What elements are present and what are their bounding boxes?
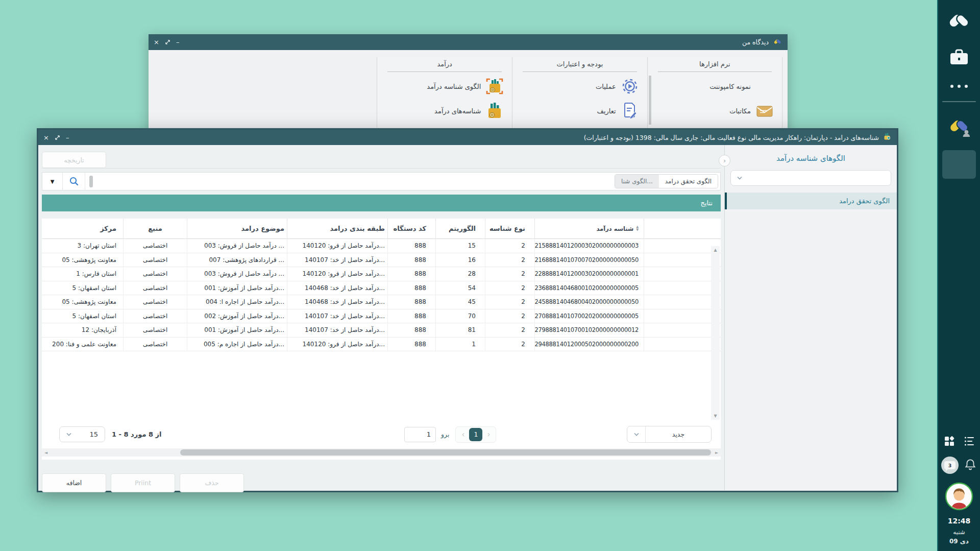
new-split-button: جدید [627,426,712,443]
table-cell: 2 [485,267,535,281]
table-row[interactable]: 12 :آذربایجاناختصاصی001 :درآمد حاصل از آ… [42,323,721,338]
income-window-icon [883,132,892,142]
main-area: تاریخچه ▼ الگوی شنا...الگوی تحقق درامد ن… [38,145,724,490]
column-header[interactable]: طبقه بندی درامد [287,219,388,239]
scroll-down-icon[interactable]: ▼ [714,414,717,418]
header-filler [644,219,721,239]
active-window-tile[interactable] [942,150,976,179]
search-icon[interactable] [63,173,85,190]
ribbon-item[interactable]: تعاریف [512,99,647,123]
ribbon-group: بودجه و اعتباراتعملیاتتعاریف [512,57,647,128]
history-button[interactable]: تاریخچه [42,152,106,168]
search-options-dropdown-icon[interactable]: ▼ [42,173,63,190]
scroll-left-icon[interactable]: ◄ [42,450,50,455]
table-cell: 888 [388,323,436,338]
footer-button[interactable]: اضافه [42,473,106,492]
ribbon-item[interactable]: مکاتبات [648,99,782,123]
close-icon[interactable]: × [43,134,49,141]
footer-button[interactable]: Priint [111,473,175,492]
ribbon-item[interactable]: نمونه کامپوننت [648,74,782,99]
close-icon[interactable]: × [154,39,159,45]
restore-icon[interactable] [165,39,170,45]
minimize-icon[interactable]: – [176,39,180,45]
income-ids-icon [485,102,504,120]
table-row[interactable]: 05 :معاونت پژوهشیاختصاصی004 :درآمد حاصل … [42,295,721,309]
income-ids-window: × – شناسه‌های درامد - دپارتمان: راهکار م… [37,128,898,492]
pattern-list-item[interactable]: الگوی تحقق درامد [725,193,897,209]
new-options-chevron-icon[interactable] [627,426,646,442]
ribbon-group-title[interactable]: نرم افزارها [648,57,782,71]
horizontal-scrollbar[interactable]: ◄ ► [42,448,721,457]
minimize-icon[interactable]: – [66,134,69,141]
bell-icon[interactable] [964,458,977,473]
filter-chip[interactable]: الگوی تحقق درامد [659,175,718,188]
column-header[interactable]: مرکز [42,219,124,239]
table-cell: 45 [436,295,485,309]
ribbon-item-label: الگوی شناسه درآمد [427,83,481,90]
column-header[interactable]: موضوع درامد [187,219,287,239]
goto-page-input[interactable] [404,427,436,442]
panel-collapse-icon[interactable]: › [719,155,730,166]
scroll-right-icon[interactable]: ► [713,450,721,455]
table-cell: 007 :قراردادهای پژوهشی ... [187,253,287,268]
briefcase-icon[interactable] [949,49,969,67]
table-cell: 21688814010700702000000000050 [535,253,644,268]
pattern-list: الگوی تحقق درامد [725,193,897,209]
new-button[interactable]: جدید [646,426,711,442]
restore-icon[interactable] [55,135,60,140]
table-cell: 2 [485,338,535,352]
table-row[interactable]: 1 :استان فارساختصاصی003 :درآمد حاصل از ف… [42,267,721,281]
footer-button[interactable]: حذف [180,473,244,492]
table-row[interactable]: 5 :استان اصفهاناختصاصی001 :درآمد حاصل از… [42,281,721,296]
ribbon-item[interactable]: عملیات [512,74,647,99]
ribbon-group: درآمدالگوی شناسه درآمدشناسه‌های درآمد [377,57,512,128]
ribbon-group-title[interactable]: درآمد [377,57,512,71]
column-header[interactable]: منبع [124,219,187,239]
page-size-select[interactable]: 15 [59,426,105,442]
table-row[interactable]: 05 :معاونت پژوهشیاختصاصی007 :قراردادهای … [42,253,721,268]
column-header[interactable]: الگوریتم [436,219,485,239]
table-row[interactable]: 5 :استان اصفهاناختصاصی002 :درآمد حاصل از… [42,309,721,324]
ribbon-item[interactable]: شناسه‌های درآمد [377,99,512,123]
column-header[interactable]: نوع شناسه [485,219,535,239]
column-header[interactable]: کد دستگاه [388,219,436,239]
prev-page-icon[interactable]: ‹ [459,430,467,439]
ribbon-item-label: عملیات [596,83,616,90]
apps-grid-icon[interactable] [943,435,955,449]
column-header[interactable]: شناسه درآمد▲▼ [535,219,644,239]
table-cell: 2 [485,281,535,296]
table-cell: 888 [388,239,436,253]
table-cell: 22888814012000302000000000001 [535,267,644,281]
clock-time: 12:48 [948,517,971,525]
ribbon-item[interactable]: الگوی شناسه درآمد [377,74,512,99]
history-row: تاریخچه [42,145,721,169]
search-input[interactable] [93,173,615,190]
chat-badge-icon[interactable]: 3 [941,457,959,474]
ribbon-scroll-strip[interactable] [649,76,651,125]
app-logo-icon[interactable] [946,8,972,36]
table-cell: 004 :درآمد حاصل از اجاره ا... [187,295,287,309]
hscroll-thumb[interactable] [180,449,711,456]
pattern-combobox[interactable] [730,170,891,186]
scroll-up-icon[interactable]: ▲ [714,248,717,252]
pager: ‹ 1 › [455,426,496,443]
table-row[interactable]: 3 :استان تهراناختصاصی003 :درآمد حاصل از … [42,239,721,253]
ribbon-group-title[interactable]: بودجه و اعتبارات [512,57,647,71]
income-ids-titlebar: × – شناسه‌های درامد - دپارتمان: راهکار م… [38,130,897,145]
search-bar: ▼ الگوی شنا...الگوی تحقق درامد [42,172,721,190]
vertical-scrollbar[interactable]: ▲ ▼ [711,246,720,420]
table-row[interactable]: 200 :معاونت علمی و فنااختصاصی005 :درآمد … [42,338,721,352]
user-avatar[interactable] [945,482,973,513]
current-page-button[interactable]: 1 [469,428,482,441]
filter-chip[interactable]: الگوی شنا... [615,175,659,188]
table-cell: 140120 :درآمد حاصل از فرو... [287,239,388,253]
patterns-side-panel: › الگوهای شناسه درآمد الگوی تحقق درامد [724,145,897,490]
colorful-app-icon[interactable] [947,114,971,140]
table-cell: اختصاصی [124,239,187,253]
more-dots-icon[interactable] [950,85,968,88]
task-list-icon[interactable] [963,435,975,449]
next-page-icon[interactable]: › [484,430,493,439]
table-cell: 29488814012000502000000000200 [535,338,644,352]
row-filler [644,281,721,296]
ribbon-group-underline [523,71,636,72]
